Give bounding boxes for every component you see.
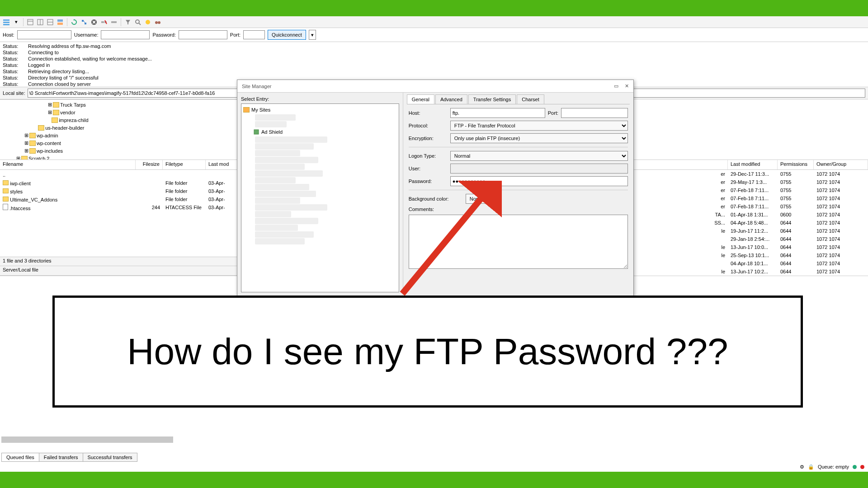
blurred-entry[interactable] xyxy=(255,157,318,163)
scrollbar-thumb[interactable] xyxy=(1,436,173,443)
dialog-titlebar[interactable]: Site Manager ▭ ✕ xyxy=(237,80,633,93)
my-sites[interactable]: My Sites xyxy=(251,107,270,113)
quickconnect-dropdown[interactable]: ▾ xyxy=(309,30,316,40)
port-input[interactable] xyxy=(243,30,265,39)
file-name[interactable]: .. xyxy=(3,172,5,178)
tree-item[interactable]: wp-admin xyxy=(37,133,58,138)
file-name[interactable]: .htaccess xyxy=(9,206,30,211)
search-icon[interactable] xyxy=(133,18,142,27)
quickconnect-button[interactable]: Quickconnect xyxy=(268,30,306,40)
bgcolor-label: Background color: xyxy=(409,196,463,202)
folder-icon xyxy=(52,117,58,123)
refresh-icon[interactable] xyxy=(70,18,79,27)
tab-queued[interactable]: Queued files xyxy=(1,453,39,462)
log-msg: Resolving address of ftp.sw-mag.com xyxy=(28,43,111,49)
lock-icon[interactable]: 🔒 xyxy=(808,464,814,470)
sitemanager-icon[interactable] xyxy=(2,18,11,27)
tree-item[interactable]: Truck Tarps xyxy=(60,102,86,108)
col-owner[interactable]: Owner/Group xyxy=(814,160,868,169)
log-msg: Logged in xyxy=(28,62,50,68)
blurred-entry[interactable] xyxy=(255,136,327,143)
compare-icon[interactable] xyxy=(143,18,152,27)
password-input[interactable] xyxy=(179,30,227,39)
tab-advanced[interactable]: Advanced xyxy=(435,94,467,104)
tree-item[interactable]: wp-includes xyxy=(37,148,63,154)
tab-charset[interactable]: Charset xyxy=(517,94,544,104)
host-label: Host: xyxy=(409,110,448,116)
site-manager-dialog: Site Manager ▭ ✕ Select Entry: My Sites … xyxy=(237,80,634,296)
layout1-icon[interactable] xyxy=(26,18,35,27)
maximize-icon[interactable]: ▭ xyxy=(614,83,618,89)
svg-rect-1 xyxy=(3,22,9,23)
separator xyxy=(121,18,121,26)
col-perms[interactable]: Permissions xyxy=(778,160,814,169)
tab-general[interactable]: General xyxy=(407,94,434,104)
sm-user-input[interactable] xyxy=(450,164,628,174)
binoculars-icon[interactable] xyxy=(153,18,162,27)
file-name[interactable]: Ultimate_VC_Addons xyxy=(10,197,57,202)
blurred-entry[interactable] xyxy=(255,164,305,170)
tree-item[interactable]: impreza-child xyxy=(59,117,88,123)
blurred-entry[interactable] xyxy=(255,114,296,121)
select-entry-label: Select Entry: xyxy=(241,95,399,103)
blurred-entry[interactable] xyxy=(255,197,300,204)
col-lastmod[interactable]: Last mod xyxy=(206,160,239,169)
blurred-entry[interactable] xyxy=(255,231,314,238)
filter-icon[interactable] xyxy=(123,18,132,27)
separator xyxy=(23,18,24,26)
blurred-entry[interactable] xyxy=(255,218,318,224)
tab-transfer[interactable]: Transfer Settings xyxy=(468,94,516,104)
layout2-icon[interactable] xyxy=(36,18,45,27)
username-input[interactable] xyxy=(101,30,150,39)
file-name[interactable]: styles xyxy=(10,189,23,194)
layout3-icon[interactable] xyxy=(46,18,55,27)
cancel-icon[interactable] xyxy=(90,18,99,27)
bgcolor-select[interactable]: None xyxy=(466,194,497,204)
log-label: Status: xyxy=(3,81,24,87)
tab-failed[interactable]: Failed transfers xyxy=(39,453,83,462)
blurred-entry[interactable] xyxy=(255,191,316,197)
gear-icon[interactable]: ⚙ xyxy=(800,464,804,470)
tab-success[interactable]: Successful transfers xyxy=(83,453,137,462)
col-lastmod[interactable]: Last modified xyxy=(728,160,778,169)
dropdown-icon[interactable]: ▾ xyxy=(12,18,21,27)
encryption-select[interactable]: Only use plain FTP (insecure) xyxy=(450,133,628,143)
blurred-entry[interactable] xyxy=(255,184,309,190)
blurred-entry[interactable] xyxy=(255,143,314,150)
log-msg: Retrieving directory listing... xyxy=(28,68,89,75)
host-input[interactable] xyxy=(17,30,71,39)
blurred-entry[interactable] xyxy=(255,238,305,244)
disconnect-icon[interactable] xyxy=(99,18,108,27)
site-adshield[interactable]: Ad Shield xyxy=(261,129,283,135)
tree-item[interactable]: Scratch 2 xyxy=(28,156,49,160)
blurred-entry[interactable] xyxy=(255,177,296,183)
blurred-entry[interactable] xyxy=(255,204,327,211)
local-file-list[interactable]: .. iwp-clientFile folder03-Apr- stylesFi… xyxy=(0,170,239,257)
tree-item[interactable]: wp-content xyxy=(37,141,61,146)
comments-textarea[interactable] xyxy=(409,215,628,269)
blurred-entry[interactable] xyxy=(255,121,287,127)
sm-password-input[interactable] xyxy=(450,176,628,186)
blurred-entry[interactable] xyxy=(255,225,298,231)
blurred-entry[interactable] xyxy=(255,150,300,156)
folder-icon xyxy=(29,141,36,146)
logon-select[interactable]: Normal xyxy=(450,151,628,161)
close-icon[interactable]: ✕ xyxy=(625,83,629,89)
reconnect-icon[interactable] xyxy=(109,18,118,27)
tree-item[interactable]: vendor xyxy=(60,110,75,115)
col-filetype[interactable]: Filetype xyxy=(163,160,206,169)
layout4-icon[interactable] xyxy=(56,18,65,27)
protocol-select[interactable]: FTP - File Transfer Protocol xyxy=(450,121,628,131)
file-name[interactable]: iwp-client xyxy=(10,181,31,186)
svg-point-24 xyxy=(155,21,158,24)
blurred-entry[interactable] xyxy=(255,170,323,177)
entry-tree[interactable]: My Sites Ad Shield xyxy=(241,103,399,292)
col-filename[interactable]: Filename xyxy=(0,160,136,169)
tree-item[interactable]: us-header-builder xyxy=(45,125,84,131)
local-tree[interactable]: ⊞ Truck Tarps ⊞ vendor impreza-child us-… xyxy=(0,99,239,160)
blurred-entry[interactable] xyxy=(255,211,291,217)
sm-port-input[interactable] xyxy=(561,108,628,118)
process-icon[interactable] xyxy=(80,18,89,27)
col-filesize[interactable]: Filesize xyxy=(136,160,163,169)
sm-host-input[interactable] xyxy=(450,108,545,118)
